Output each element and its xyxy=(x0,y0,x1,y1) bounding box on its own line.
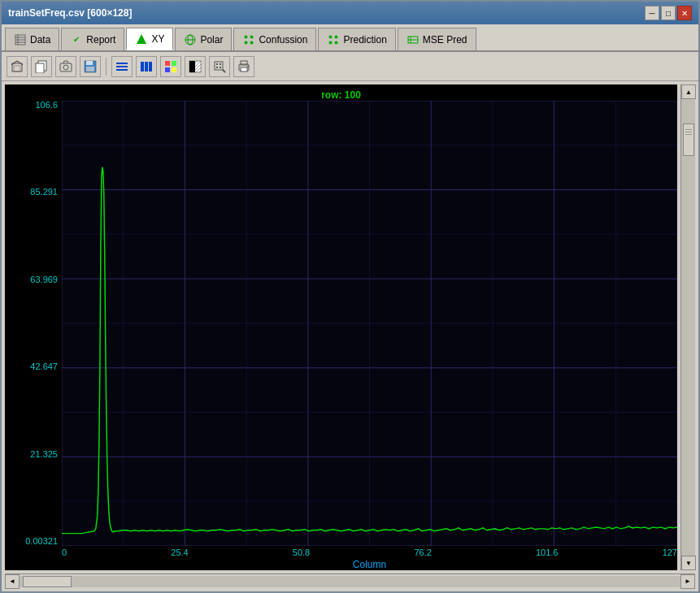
home-button[interactable] xyxy=(7,56,28,77)
vertical-scrollbar[interactable]: ▲ ▼ xyxy=(680,84,695,570)
tab-mse-pred[interactable]: MSE Pred xyxy=(398,28,476,50)
title-bar: trainSetFreq.csv [600×128] ─ □ ✕ xyxy=(2,2,698,24)
y-label-4: 63.969 xyxy=(30,275,58,284)
svg-rect-45 xyxy=(216,63,218,65)
x-label-4: 101.6 xyxy=(536,548,559,557)
svg-rect-48 xyxy=(220,67,221,68)
scroll-track-v[interactable] xyxy=(681,99,695,556)
chart-svg xyxy=(62,101,677,546)
save-image-button[interactable] xyxy=(80,56,101,77)
svg-rect-34 xyxy=(141,62,144,71)
svg-rect-39 xyxy=(165,67,170,72)
window-title: trainSetFreq.csv [600×128] xyxy=(8,7,132,19)
x-label-3: 76.2 xyxy=(414,548,431,557)
copy-button[interactable] xyxy=(31,56,52,77)
svg-rect-52 xyxy=(241,67,247,71)
tab-polar-label: Polar xyxy=(200,34,223,45)
x-label-1: 25.4 xyxy=(171,548,188,557)
x-axis: 0 25.4 50.8 76.2 101.6 127 Column xyxy=(62,546,677,570)
tab-mse-pred-label: MSE Pred xyxy=(423,34,467,45)
confussion-tab-icon xyxy=(242,33,255,46)
title-bar-buttons: ─ □ ✕ xyxy=(645,6,692,20)
chart-plot xyxy=(62,101,677,546)
tab-confussion-label: Confussion xyxy=(259,34,307,45)
tab-xy-label: XY xyxy=(151,33,164,45)
tab-prediction[interactable]: Prediction xyxy=(318,28,395,50)
data-tab-icon xyxy=(14,33,27,46)
maximize-button[interactable]: □ xyxy=(661,6,676,20)
y-label-2: 21.325 xyxy=(30,450,58,459)
tab-polar[interactable]: Polar xyxy=(175,28,232,50)
chart-area: row: 100 106.6 85.291 63.969 42.647 21.3… xyxy=(5,84,677,570)
report-tab-icon: ✔ xyxy=(70,33,83,46)
y-axis: 106.6 85.291 63.969 42.647 21.325 0.0032… xyxy=(5,101,62,546)
zoom-button[interactable] xyxy=(209,56,230,77)
scroll-right-button[interactable]: ► xyxy=(680,574,695,589)
svg-rect-46 xyxy=(220,63,221,65)
svg-rect-44 xyxy=(215,62,223,70)
x-label-0: 0 xyxy=(62,548,67,557)
y-label-6: 106.6 xyxy=(35,101,58,110)
minimize-button[interactable]: ─ xyxy=(645,6,659,20)
svg-rect-25 xyxy=(36,63,44,73)
colors-button[interactable] xyxy=(160,56,181,77)
y-label-3: 42.647 xyxy=(30,362,58,371)
scroll-left-button[interactable]: ◄ xyxy=(5,574,20,589)
svg-rect-21 xyxy=(14,66,20,71)
tab-xy[interactable]: XY xyxy=(126,28,173,50)
svg-point-13 xyxy=(329,35,333,38)
xy-tab-icon xyxy=(135,32,148,45)
svg-rect-30 xyxy=(86,67,94,71)
scroll-thumb-v[interactable] xyxy=(683,123,694,156)
bars-button[interactable] xyxy=(136,56,157,77)
svg-rect-43 xyxy=(195,61,201,72)
svg-point-9 xyxy=(245,35,248,38)
svg-rect-36 xyxy=(149,62,152,71)
main-window: trainSetFreq.csv [600×128] ─ □ ✕ Data ✔ … xyxy=(0,0,700,593)
print-button[interactable] xyxy=(233,56,254,77)
camera-button[interactable] xyxy=(55,56,76,77)
svg-point-12 xyxy=(250,41,254,44)
svg-rect-40 xyxy=(172,67,176,72)
bw-button[interactable] xyxy=(185,56,206,77)
tab-prediction-label: Prediction xyxy=(343,34,386,45)
svg-point-53 xyxy=(247,66,249,67)
svg-point-16 xyxy=(335,41,338,44)
mse-pred-tab-icon xyxy=(407,33,420,46)
tab-confussion[interactable]: Confussion xyxy=(233,28,316,50)
close-button[interactable]: ✕ xyxy=(677,6,692,20)
lines-button[interactable] xyxy=(111,56,133,77)
polar-tab-icon xyxy=(184,33,197,46)
y-label-5: 85.291 xyxy=(30,188,58,197)
horizontal-scrollbar[interactable]: ◄ ► xyxy=(5,574,695,588)
svg-rect-35 xyxy=(145,62,148,71)
svg-point-15 xyxy=(329,41,333,44)
chart-row-label: row: 100 xyxy=(321,89,361,101)
scroll-track-h[interactable] xyxy=(20,576,680,587)
y-label-1: 0.00321 xyxy=(25,537,58,546)
prediction-tab-icon xyxy=(327,33,340,46)
x-label-2: 50.8 xyxy=(293,548,310,557)
svg-rect-42 xyxy=(189,61,195,72)
svg-line-49 xyxy=(223,70,225,72)
svg-point-11 xyxy=(245,41,248,44)
svg-rect-37 xyxy=(165,61,170,66)
svg-point-10 xyxy=(250,35,254,38)
scroll-up-button[interactable]: ▲ xyxy=(681,84,696,99)
separator-1 xyxy=(106,58,107,76)
tab-bar: Data ✔ Report XY Polar xyxy=(2,24,698,52)
x-label-5: 127 xyxy=(663,548,677,557)
x-axis-title: Column xyxy=(353,559,386,570)
toolbar xyxy=(2,52,698,81)
tab-data-label: Data xyxy=(30,34,50,45)
svg-marker-5 xyxy=(137,34,146,44)
x-labels: 0 25.4 50.8 76.2 101.6 127 xyxy=(62,546,677,557)
svg-rect-38 xyxy=(172,61,176,66)
svg-rect-29 xyxy=(86,61,93,65)
tab-report[interactable]: ✔ Report xyxy=(61,28,124,50)
svg-rect-47 xyxy=(216,67,218,68)
scroll-thumb-h[interactable] xyxy=(23,576,72,587)
tab-data[interactable]: Data xyxy=(5,28,59,50)
tab-report-label: Report xyxy=(86,34,115,45)
scroll-down-button[interactable]: ▼ xyxy=(681,556,696,570)
